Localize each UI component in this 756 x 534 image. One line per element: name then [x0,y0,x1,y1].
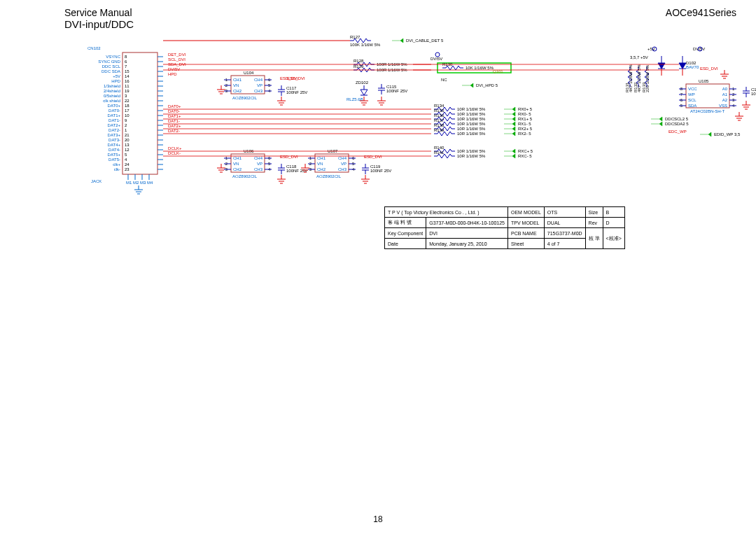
svg-text:DCLK-: DCLK- [168,151,181,155]
svg-text:18: 18 [125,104,130,108]
svg-text:DVI5V: DVI5V [693,47,705,51]
svg-text:3: 3 [125,94,127,98]
tb-size-lbl: Size [585,207,603,218]
svg-text:8: 8 [125,55,127,59]
svg-text:100K 1/16W 5%: 100K 1/16W 5% [350,43,381,47]
svg-text:+5V: +5V [113,74,120,78]
svg-text:DAT3+: DAT3+ [108,133,121,137]
svg-text:DDC SCL: DDC SCL [102,64,121,69]
svg-text:DAT2+: DAT2+ [168,124,181,128]
svg-text:R128: R128 [354,59,364,63]
svg-text:100NF 25V: 100NF 25V [386,89,407,93]
tb-oem-lbl: OEM MODEL [508,207,545,218]
svg-text:R129: R129 [354,64,364,69]
svg-text:DAT2+: DAT2+ [108,123,121,127]
svg-text:DVI5V: DVI5V [430,57,442,61]
svg-text:R138: R138 [434,123,444,127]
svg-text:10R 1/16W 5%: 10R 1/16W 5% [457,127,486,131]
svg-text:CH4: CH4 [254,78,263,82]
tb-pcb-lbl: PCB NAME [508,228,545,239]
svg-text:+5V: +5V [648,47,655,51]
svg-text:SDA_DVI: SDA_DVI [168,62,186,66]
svg-text:VCC: VCC [688,87,697,91]
page-number: 18 [0,514,756,524]
svg-text:CH3: CH3 [338,167,347,171]
svg-text:RX2+ 5: RX2+ 5 [518,127,533,131]
svg-text:17: 17 [125,108,130,113]
svg-text:VSS: VSS [719,104,727,108]
svg-text:10R 1/16W 5%: 10R 1/16W 5% [457,154,486,158]
tb-sheet: 4 of 7 [544,239,585,249]
svg-text:10R 1/16W 5%: 10R 1/16W 5% [457,112,486,116]
svg-text:R136: R136 [434,113,444,118]
svg-text:R134: R134 [434,104,444,108]
svg-text:100N16V: 100N16V [751,92,756,96]
svg-text:RX1- 5: RX1- 5 [518,122,531,126]
svg-text:DVI5V: DVI5V [168,67,180,71]
svg-text:R137: R137 [434,118,444,122]
svg-text:DAT1+: DAT1+ [168,114,181,118]
svg-text:DAT0-: DAT0- [168,109,180,113]
svg-text:DAT2-: DAT2- [108,128,120,132]
tb-kc: DVI [426,228,508,239]
svg-text:AOZ8902CIL: AOZ8902CIL [316,174,342,178]
svg-text:SCL_DVI: SCL_DVI [168,57,186,62]
tb-rev-lbl: Rev [585,218,603,228]
svg-text:4: 4 [125,157,127,162]
svg-text:CH2: CH2 [233,167,242,171]
svg-text:U104: U104 [244,71,254,75]
svg-text:VN: VN [317,162,323,166]
svg-text:BAV70: BAV70 [686,65,699,69]
svg-text:R141: R141 [434,150,444,155]
svg-text:CH2: CH2 [233,89,242,93]
svg-text:10R 1/16W 5%: 10R 1/16W 5% [457,107,486,111]
svg-text:DAT4+: DAT4+ [108,143,121,147]
svg-text:ESD_DVI: ESD_DVI [364,155,382,159]
svg-text:11: 11 [125,84,130,88]
svg-text:VN: VN [233,162,239,166]
tb-tpvm: DUAL [544,218,585,228]
tb-date: Monday, January 25, 2010 [426,239,508,249]
svg-text:13: 13 [125,143,130,147]
svg-text:A1: A1 [722,92,728,97]
svg-text:1/3shield: 1/3shield [104,84,120,88]
svg-text:10R 1/16W 5%: 10R 1/16W 5% [457,117,486,121]
svg-text:2/4shield: 2/4shield [104,89,120,93]
svg-text:100NF 25V: 100NF 25V [286,90,307,94]
svg-text:9: 9 [125,118,127,122]
svg-text:2: 2 [125,123,127,127]
svg-text:HPD: HPD [111,79,120,83]
svg-text:SYNC GND: SYNC GND [98,59,120,64]
svg-text:5: 5 [125,153,127,157]
svg-text:6: 6 [125,59,127,64]
svg-text:DAT1-: DAT1- [108,118,120,122]
schematic-svg: CN102VSYNC8SYNC GND6DDC SCL7DDC SDA15+5V… [0,0,756,280]
svg-text:R140: R140 [434,146,444,150]
svg-text:220 1/16W 5%: 220 1/16W 5% [645,64,650,92]
svg-text:CH4: CH4 [338,156,347,160]
svg-text:DDCSCL2 5: DDCSCL2 5 [665,117,689,121]
svg-text:HPD: HPD [168,72,177,76]
svg-text:DAT2-: DAT2- [168,129,180,133]
svg-text:10R 1/16W 5%: 10R 1/16W 5% [457,122,486,126]
svg-text:23: 23 [125,167,130,171]
svg-text:4K7 1/16W 5%: 4K7 1/16W 5% [629,64,633,92]
svg-text:10: 10 [125,113,130,118]
tb-rev: D [603,218,624,228]
svg-text:0/5shield: 0/5shield [104,94,120,98]
svg-text:CH1: CH1 [233,78,242,82]
svg-text:R127: R127 [350,35,360,39]
svg-text:M3: M3 [140,181,146,185]
svg-text:DAT0+: DAT0+ [108,104,121,108]
svg-text:19: 19 [125,89,130,93]
tb-tpv: T P V ( Top Victory Electronics Co . , L… [385,207,508,218]
title-block: T P V ( Top Victory Electronics Co . , L… [384,206,625,249]
svg-text:100NF 25V: 100NF 25V [370,169,391,173]
svg-text:24: 24 [125,162,130,167]
svg-text:DAT1+: DAT1+ [108,113,121,118]
svg-text:VP: VP [257,162,262,166]
svg-text:DCLK+: DCLK+ [168,146,182,150]
tb-oem: OTS [544,207,585,218]
svg-text:ESD_DVI: ESD_DVI [280,155,298,159]
svg-text:ESD_DVI: ESD_DVI [700,66,718,71]
